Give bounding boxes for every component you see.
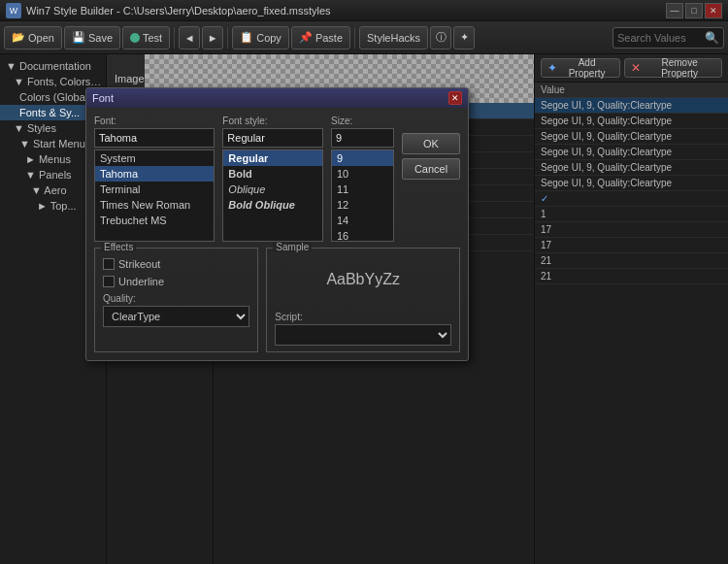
font-label: Font: <box>94 116 215 126</box>
strikeout-checkbox[interactable] <box>103 258 115 270</box>
style-column: Font style: Regular Bold Oblique Bold Ob… <box>222 116 323 242</box>
font-list-item[interactable]: Terminal <box>95 182 214 197</box>
style-list-item[interactable]: Bold <box>223 166 322 182</box>
script-label: Script: <box>275 312 451 322</box>
effects-section: Effects Strikeout Underline Quality: Cle… <box>94 248 460 352</box>
font-list[interactable]: System Tahoma Terminal Times New Roman T… <box>94 149 215 242</box>
size-label: Size: <box>331 116 394 126</box>
style-list-item[interactable]: Regular <box>223 150 322 166</box>
sample-group: Sample AaBbYyZz Script: <box>266 248 460 352</box>
size-input[interactable] <box>331 128 394 148</box>
dialog-row1: Font: System Tahoma Terminal Times New R… <box>94 116 460 242</box>
size-column: Size: 9 10 11 12 14 16 18 <box>331 116 394 242</box>
quality-label: Quality: <box>103 293 249 304</box>
underline-checkbox[interactable] <box>103 276 115 287</box>
script-select[interactable] <box>275 324 451 346</box>
size-list-item[interactable]: 11 <box>332 182 393 197</box>
dialog-content: Font: System Tahoma Terminal Times New R… <box>86 108 468 360</box>
quality-select[interactable]: ClearType Default Draft Proof Non-Antial… <box>103 306 249 327</box>
underline-row: Underline <box>103 276 249 287</box>
size-list[interactable]: 9 10 11 12 14 16 18 <box>331 149 394 242</box>
sample-label: Sample <box>273 242 312 252</box>
font-input[interactable] <box>94 128 215 148</box>
effects-group: Effects Strikeout Underline Quality: Cle… <box>94 248 258 352</box>
size-list-item[interactable]: 10 <box>332 166 393 182</box>
font-column: Font: System Tahoma Terminal Times New R… <box>94 116 215 242</box>
script-section: Script: <box>275 312 451 346</box>
style-list[interactable]: Regular Bold Oblique Bold Oblique <box>222 149 323 242</box>
font-list-item[interactable]: Trebuchet MS <box>95 213 214 228</box>
dialog-close-button[interactable]: ✕ <box>448 91 462 105</box>
strikeout-row: Strikeout <box>103 258 249 270</box>
dialog-title: Font <box>92 92 448 104</box>
strikeout-label: Strikeout <box>118 258 160 270</box>
dialog-buttons: OK Cancel <box>402 116 460 242</box>
size-list-item[interactable]: 14 <box>332 213 393 228</box>
size-list-item[interactable]: 12 <box>332 197 393 213</box>
style-label: Font style: <box>222 116 323 126</box>
size-list-item[interactable]: 9 <box>332 150 393 166</box>
cancel-button[interactable]: Cancel <box>402 158 460 180</box>
style-input[interactable] <box>222 128 323 148</box>
font-dialog: Font ✕ Font: System Tahoma Terminal Time… <box>85 87 469 361</box>
ok-button[interactable]: OK <box>402 133 460 154</box>
dialog-overlay: Font ✕ Font: System Tahoma Terminal Time… <box>0 0 728 564</box>
style-list-item[interactable]: Oblique <box>223 182 322 197</box>
underline-label: Underline <box>118 276 164 287</box>
dialog-title-bar: Font ✕ <box>86 88 468 108</box>
font-list-item[interactable]: Tahoma <box>95 166 214 182</box>
size-list-item[interactable]: 16 <box>332 228 393 242</box>
effects-label: Effects <box>101 242 136 252</box>
sample-text: AaBbYyZz <box>275 252 451 306</box>
style-list-item[interactable]: Bold Oblique <box>223 197 322 213</box>
font-list-item[interactable]: System <box>95 150 214 166</box>
font-list-item[interactable]: Times New Roman <box>95 197 214 213</box>
